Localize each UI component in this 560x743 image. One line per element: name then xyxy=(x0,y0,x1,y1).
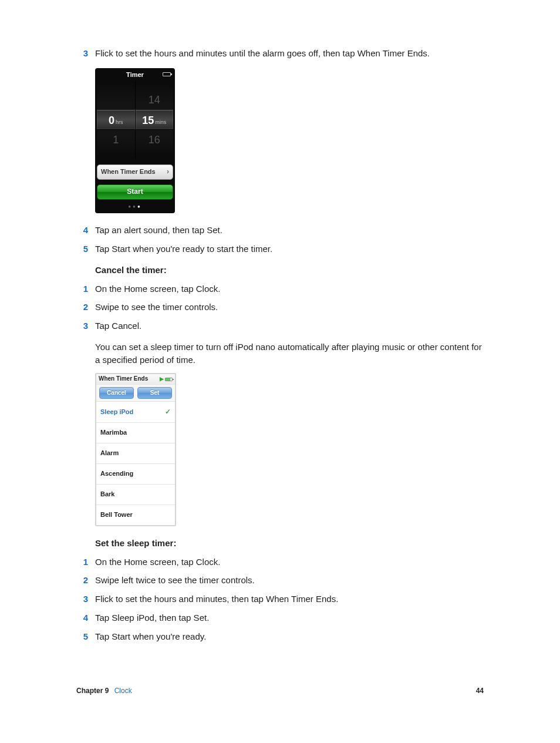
mins-next: 16 xyxy=(136,130,174,150)
step-number: 5 xyxy=(76,243,95,255)
sleep-step-5: 5 Tap Start when you're ready. xyxy=(76,630,484,643)
hours-column[interactable]: 0hrs 1 xyxy=(97,81,135,159)
sleep-step-3: 3 Flick to set the hours and minutes, th… xyxy=(76,593,484,606)
mins-column[interactable]: 14 15mins 16 xyxy=(135,81,174,159)
sound-option-bark[interactable]: Bark xyxy=(96,485,175,505)
cancel-step-3: 3 Tap Cancel. xyxy=(76,320,484,332)
mins-prev: 14 xyxy=(136,90,174,110)
step-number: 2 xyxy=(76,574,95,587)
step-number: 5 xyxy=(76,630,95,643)
mins-selected: 15mins xyxy=(136,110,174,130)
step-text: Tap Start when you're ready to start the… xyxy=(95,243,484,255)
set-button[interactable]: Set xyxy=(137,387,172,399)
page-dots: ●●● xyxy=(97,203,173,210)
step-4: 4 Tap an alert sound, then tap Set. xyxy=(76,224,484,237)
sleep-step-1: 1 On the Home screen, tap Clock. xyxy=(76,556,484,569)
sound-option-alarm[interactable]: Alarm xyxy=(96,443,175,464)
when-timer-ends-screenshot: When Timer Ends ▶ Cancel Set Sleep iPod … xyxy=(95,373,176,526)
sound-option-ascending[interactable]: Ascending xyxy=(96,464,175,485)
battery-icon xyxy=(163,72,171,76)
step-text: On the Home screen, tap Clock. xyxy=(95,556,484,569)
ends-titlebar: When Timer Ends ▶ xyxy=(96,374,175,385)
sleep-heading: Set the sleep timer: xyxy=(95,537,484,550)
cancel-step-1: 1 On the Home screen, tap Clock. xyxy=(76,283,484,295)
chapter-link[interactable]: Clock xyxy=(114,687,132,695)
step-number: 3 xyxy=(76,320,95,332)
status-icons: ▶ xyxy=(160,375,173,383)
sleep-step-2: 2 Swipe left twice to see the timer cont… xyxy=(76,574,484,587)
sleep-paragraph: You can set a sleep timer to turn off iP… xyxy=(95,341,484,367)
step-number: 3 xyxy=(76,593,95,606)
step-number: 4 xyxy=(76,611,95,624)
hours-selected: 0hrs xyxy=(97,110,135,130)
step-number: 4 xyxy=(76,224,95,237)
step-number: 1 xyxy=(76,283,95,295)
timer-titlebar: Timer xyxy=(97,70,173,80)
hours-prev xyxy=(97,90,135,110)
sleep-step-4: 4 Tap Sleep iPod, then tap Set. xyxy=(76,611,484,624)
hours-next: 1 xyxy=(97,130,135,150)
step-number: 3 xyxy=(76,47,95,60)
start-button[interactable]: Start xyxy=(97,184,173,200)
page-footer: Chapter 9 Clock 44 xyxy=(76,687,484,695)
play-icon: ▶ xyxy=(160,375,164,383)
sound-option-sleep-ipod[interactable]: Sleep iPod ✓ xyxy=(96,402,175,423)
step-text: Tap Cancel. xyxy=(95,320,484,332)
cancel-step-2: 2 Swipe to see the timer controls. xyxy=(76,301,484,314)
page-number: 44 xyxy=(476,687,484,695)
checkmark-icon: ✓ xyxy=(165,407,171,417)
step-text: Flick to set the hours and minutes, then… xyxy=(95,593,484,606)
timer-title: Timer xyxy=(126,70,144,80)
chevron-right-icon: › xyxy=(167,167,169,177)
step-text: Flick to set the hours and minutes until… xyxy=(95,47,484,60)
step-5: 5 Tap Start when you're ready to start t… xyxy=(76,243,484,255)
step-text: Tap an alert sound, then tap Set. xyxy=(95,224,484,237)
timer-screenshot: Timer 0hrs 1 14 15mins 16 When Timer End… xyxy=(95,68,175,214)
step-number: 2 xyxy=(76,301,95,314)
step-text: Tap Start when you're ready. xyxy=(95,630,484,643)
step-text: Swipe to see the timer controls. xyxy=(95,301,484,314)
step-text: Swipe left twice to see the timer contro… xyxy=(95,574,484,587)
cancel-button[interactable]: Cancel xyxy=(99,387,134,399)
when-timer-ends-row[interactable]: When Timer Ends › xyxy=(97,164,173,180)
when-timer-ends-label: When Timer Ends xyxy=(101,167,156,177)
cancel-heading: Cancel the timer: xyxy=(95,264,484,277)
battery-icon xyxy=(165,378,173,381)
ends-title: When Timer Ends xyxy=(99,375,148,384)
ends-button-row: Cancel Set xyxy=(96,385,175,402)
step-number: 1 xyxy=(76,556,95,569)
chapter-label: Chapter 9 xyxy=(76,687,109,695)
step-text: Tap Sleep iPod, then tap Set. xyxy=(95,611,484,624)
step-text: On the Home screen, tap Clock. xyxy=(95,283,484,295)
sound-option-bell-tower[interactable]: Bell Tower xyxy=(96,505,175,525)
step-3: 3 Flick to set the hours and minutes unt… xyxy=(76,47,484,60)
sound-option-marimba[interactable]: Marimba xyxy=(96,423,175,443)
timer-picker[interactable]: 0hrs 1 14 15mins 16 xyxy=(97,81,173,159)
